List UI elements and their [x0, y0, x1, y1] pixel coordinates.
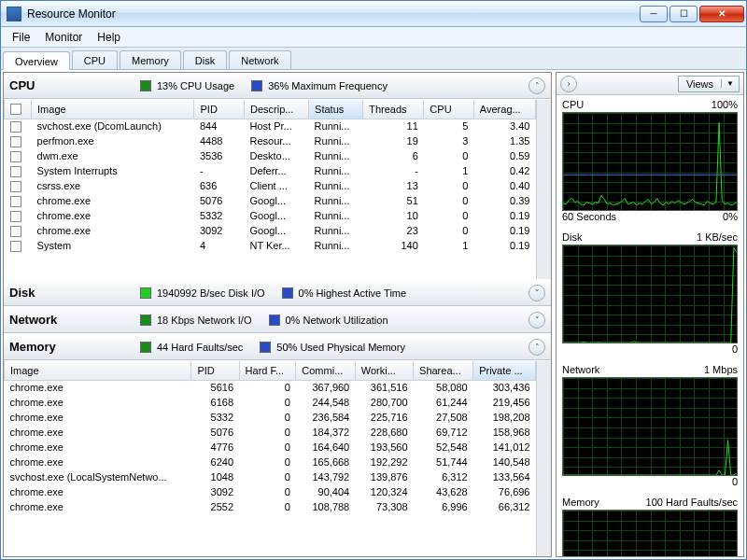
cell-avg: 0.40	[473, 178, 535, 193]
memory-collapse-button[interactable]: ˄	[529, 339, 545, 356]
tab-cpu[interactable]: CPU	[72, 50, 118, 69]
cell-cpu: 0	[424, 148, 473, 163]
table-row[interactable]: chrome.exe 4776 0 164,640 193,560 52,548…	[5, 440, 536, 455]
cpu-col-image[interactable]: Image	[32, 100, 194, 119]
table-row[interactable]: chrome.exe 5076 Googl... Runni... 51 0 0…	[5, 193, 536, 208]
row-checkbox[interactable]	[10, 226, 21, 237]
mem-col-image[interactable]: Image	[5, 361, 191, 380]
cell-avg: 0.39	[473, 193, 535, 208]
minimize-button[interactable]: ─	[640, 6, 668, 22]
cell-pid: 3092	[194, 223, 244, 238]
menu-file[interactable]: File	[5, 29, 37, 46]
table-row[interactable]: svchost.exe (LocalSystemNetwo... 1048 0 …	[5, 469, 536, 484]
cell-status: Runni...	[309, 133, 363, 148]
memory-vscrollbar[interactable]	[536, 361, 551, 556]
table-row[interactable]: chrome.exe 2552 0 108,788 73,308 6,996 6…	[5, 499, 536, 514]
mem-used-swatch	[260, 342, 271, 353]
graph-max: 1 KB/sec	[697, 231, 738, 243]
tab-network[interactable]: Network	[229, 50, 290, 69]
table-row[interactable]: chrome.exe 5332 0 236,584 225,716 27,508…	[5, 410, 536, 425]
cell-threads: 23	[363, 223, 424, 238]
net-io-stat: 18 Kbps Network I/O	[157, 315, 252, 326]
table-row[interactable]: chrome.exe 5076 0 184,372 228,680 69,712…	[5, 425, 536, 440]
memory-section-header[interactable]: Memory 44 Hard Faults/sec 50% Used Physi…	[4, 334, 551, 360]
cell-desc: NT Ker...	[244, 238, 308, 253]
main-panel: CPU 13% CPU Usage 36% Maximum Frequency …	[3, 72, 552, 557]
row-checkbox[interactable]	[10, 166, 21, 177]
disk-active-swatch	[282, 287, 293, 299]
cell-share: 61,244	[414, 395, 473, 410]
close-button[interactable]: ✕	[699, 6, 744, 22]
mem-col-pid[interactable]: PID	[191, 361, 239, 380]
cell-priv: 76,696	[473, 484, 536, 499]
table-row[interactable]: dwm.exe 3536 Deskto... Runni... 6 0 0.59	[5, 148, 536, 163]
menu-help[interactable]: Help	[90, 29, 128, 46]
mem-col-work[interactable]: Worki...	[355, 361, 413, 380]
cpu-col-avg[interactable]: Averag...	[473, 100, 535, 119]
table-row[interactable]: System Interrupts - Deferr... Runni... -…	[5, 163, 536, 178]
cpu-table-container: Image PID Descrip... Status Threads CPU …	[4, 100, 551, 279]
row-checkbox[interactable]	[10, 181, 21, 192]
cell-status: Runni...	[309, 163, 363, 178]
disk-expand-button[interactable]: ˅	[529, 285, 545, 301]
cell-hf: 0	[239, 380, 296, 395]
tab-disk[interactable]: Disk	[183, 50, 227, 69]
cpu-collapse-button[interactable]: ˄	[529, 77, 545, 94]
views-button[interactable]: Views ▼	[678, 76, 740, 92]
cell-hf: 0	[239, 499, 296, 514]
table-row[interactable]: chrome.exe 5616 0 367,960 361,516 58,080…	[5, 380, 536, 395]
row-checkbox[interactable]	[10, 121, 21, 133]
dropdown-arrow-icon[interactable]: ▼	[721, 79, 739, 88]
checkbox-icon[interactable]	[10, 104, 21, 115]
maximize-button[interactable]: ☐	[669, 6, 698, 22]
cell-image: chrome.exe	[5, 425, 191, 440]
cpu-col-check[interactable]	[5, 100, 32, 119]
table-row[interactable]: chrome.exe 5332 Googl... Runni... 10 0 0…	[5, 208, 536, 223]
window-title: Resource Monitor	[27, 7, 640, 21]
mem-col-share[interactable]: Sharea...	[414, 361, 473, 380]
network-expand-button[interactable]: ˅	[529, 312, 545, 329]
table-row[interactable]: chrome.exe 6240 0 165,668 192,292 51,744…	[5, 455, 536, 469]
table-row[interactable]: svchost.exe (DcomLaunch) 844 Host Pr... …	[5, 119, 536, 133]
cell-desc: Client ...	[244, 178, 308, 193]
cpu-section-header[interactable]: CPU 13% CPU Usage 36% Maximum Frequency …	[4, 73, 551, 99]
cpu-col-threads[interactable]: Threads	[363, 100, 424, 119]
cpu-vscrollbar[interactable]	[536, 100, 551, 279]
titlebar[interactable]: Resource Monitor ─ ☐ ✕	[1, 1, 746, 27]
mem-col-hf[interactable]: Hard F...	[239, 361, 296, 380]
table-row[interactable]: chrome.exe 3092 0 90,404 120,324 43,628 …	[5, 484, 536, 499]
row-checkbox[interactable]	[10, 211, 21, 222]
table-row[interactable]: csrss.exe 636 Client ... Runni... 13 0 0…	[5, 178, 536, 193]
table-row[interactable]: System 4 NT Ker... Runni... 140 1 0.19	[5, 238, 536, 253]
cpu-col-pid[interactable]: PID	[194, 100, 244, 119]
cpu-col-desc[interactable]: Descrip...	[244, 100, 308, 119]
cpu-col-cpu[interactable]: CPU	[424, 100, 473, 119]
row-checkbox[interactable]	[10, 136, 21, 147]
tabbar: Overview CPU Memory Disk Network	[1, 48, 746, 70]
tab-overview[interactable]: Overview	[3, 51, 70, 70]
graph-network: Network1 Mbps 0	[557, 360, 743, 493]
table-row[interactable]: perfmon.exe 4488 Resour... Runni... 19 3…	[5, 133, 536, 148]
row-checkbox[interactable]	[10, 241, 21, 252]
mem-col-priv[interactable]: Private ...	[473, 361, 536, 380]
cell-commit: 236,584	[296, 410, 355, 425]
cell-image: perfmon.exe	[32, 133, 194, 148]
cell-cpu: 0	[424, 178, 473, 193]
cell-hf: 0	[239, 440, 296, 455]
graph-max: 100 Hard Faults/sec	[646, 497, 738, 508]
cell-avg: 0.19	[473, 223, 535, 238]
menu-monitor[interactable]: Monitor	[37, 29, 90, 46]
mem-col-commit[interactable]: Commi...	[296, 361, 355, 380]
network-section-header[interactable]: Network 18 Kbps Network I/O 0% Network U…	[4, 307, 551, 333]
row-checkbox[interactable]	[10, 151, 21, 162]
disk-section-header[interactable]: Disk 1940992 B/sec Disk I/O 0% Highest A…	[4, 280, 551, 306]
cell-image: chrome.exe	[5, 499, 191, 514]
table-row[interactable]: chrome.exe 3092 Googl... Runni... 23 0 0…	[5, 223, 536, 238]
side-collapse-button[interactable]: ›	[560, 76, 577, 92]
table-row[interactable]: chrome.exe 6168 0 244,548 280,700 61,244…	[5, 395, 536, 410]
cpu-col-status[interactable]: Status	[309, 100, 363, 119]
row-checkbox[interactable]	[10, 196, 21, 207]
tab-memory[interactable]: Memory	[120, 50, 181, 69]
cell-pid: 1048	[191, 469, 239, 484]
cell-pid: 3536	[194, 148, 244, 163]
